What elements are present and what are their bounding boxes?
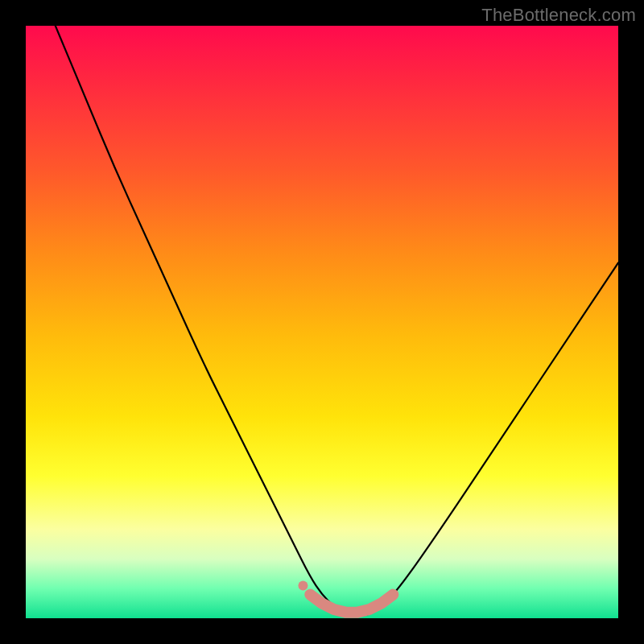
basin-marker-dot [298, 581, 308, 591]
plot-area [26, 26, 618, 618]
chart-frame: TheBottleneck.com [0, 0, 644, 644]
bottleneck-curve-left [56, 26, 352, 615]
basin-marker-group [298, 581, 393, 613]
curve-layer [26, 26, 618, 618]
basin-marker-path [310, 595, 393, 613]
watermark-text: TheBottleneck.com [481, 5, 636, 26]
bottleneck-curve-right [352, 262, 618, 615]
